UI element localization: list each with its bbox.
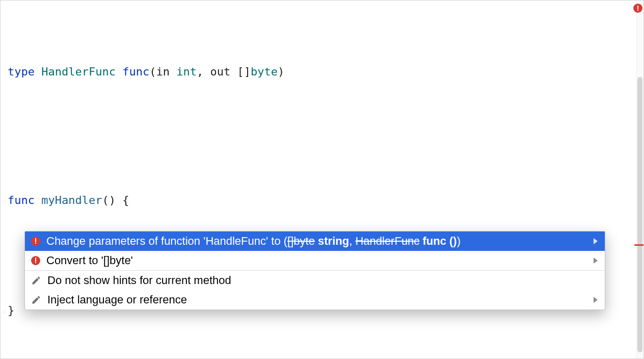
- func-name: myHandler: [41, 194, 102, 207]
- type: int: [176, 65, 197, 78]
- param: out: [210, 65, 230, 78]
- settings-pencil-icon: [31, 275, 41, 286]
- punct: () {: [102, 194, 129, 207]
- type: byte: [251, 65, 278, 78]
- keyword: func: [8, 194, 35, 207]
- punct: (: [149, 65, 156, 78]
- punct: }: [8, 304, 14, 317]
- punct: ): [278, 65, 284, 78]
- error-stripe[interactable]: [634, 244, 643, 246]
- intention-item[interactable]: Inject language or reference: [25, 290, 605, 310]
- keyword: func: [122, 65, 149, 78]
- intention-item[interactable]: Change parameters of function 'HandleFun…: [25, 232, 605, 251]
- scrollbar-track[interactable]: [636, 1, 643, 358]
- submenu-arrow-icon: [594, 258, 598, 264]
- intention-label: Do not show hints for current method: [47, 274, 598, 287]
- intention-popup: Change parameters of function 'HandleFun…: [24, 231, 605, 310]
- code-line[interactable]: type HandlerFunc func(in int, out []byte…: [3, 63, 632, 81]
- punct: ,: [197, 65, 210, 78]
- intention-item[interactable]: Do not show hints for current method: [25, 271, 605, 290]
- scrollbar-thumb[interactable]: [637, 77, 642, 352]
- code-line[interactable]: [3, 118, 632, 136]
- settings-pencil-icon: [31, 295, 41, 305]
- keyword: type: [8, 65, 35, 78]
- type-name: HandlerFunc: [41, 65, 116, 78]
- error-badge-icon[interactable]: !: [633, 4, 642, 13]
- editor-frame: type HandlerFunc func(in int, out []byte…: [0, 0, 644, 359]
- punct: []: [237, 65, 251, 78]
- code-line[interactable]: func myHandler() {: [3, 191, 632, 210]
- intention-label: Inject language or reference: [47, 293, 587, 306]
- fold-mark-icon[interactable]: [2, 308, 7, 313]
- submenu-arrow-icon: [594, 297, 598, 303]
- intention-label: Convert to '[]byte': [46, 254, 587, 267]
- error-bulb-icon: [31, 237, 40, 246]
- code-line[interactable]: [3, 356, 632, 359]
- error-bulb-icon: [31, 256, 40, 265]
- fold-mark-icon[interactable]: [2, 198, 7, 203]
- intention-label: Change parameters of function 'HandleFun…: [46, 235, 587, 248]
- submenu-arrow-icon: [594, 238, 598, 244]
- param: in: [156, 65, 170, 78]
- intention-item[interactable]: Convert to '[]byte': [25, 251, 605, 270]
